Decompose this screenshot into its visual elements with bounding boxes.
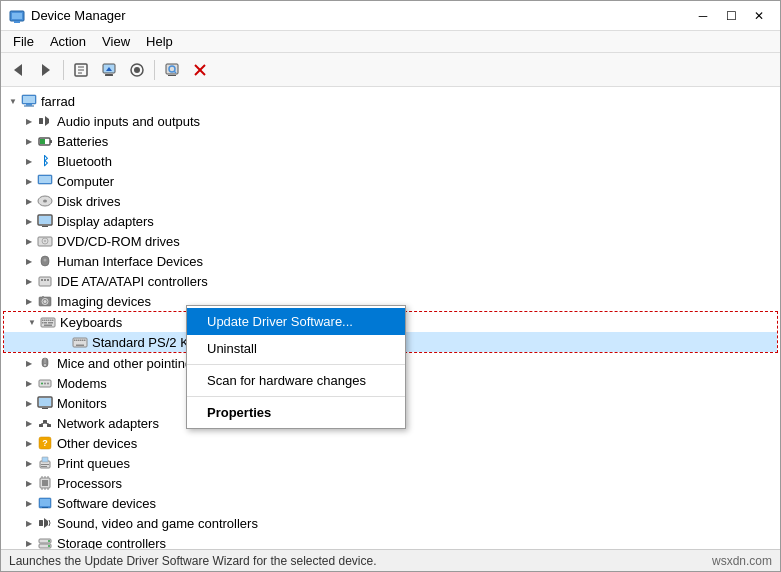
- keyboards-expand[interactable]: ▼: [24, 314, 40, 330]
- tree-item-ide[interactable]: ▶ IDE ATA/ATAPI controllers: [1, 271, 780, 291]
- ctx-uninstall[interactable]: Uninstall: [187, 335, 405, 362]
- forward-button[interactable]: [33, 57, 59, 83]
- svg-point-102: [48, 540, 50, 542]
- title-bar: Device Manager ─ ☐ ✕: [1, 1, 780, 31]
- minimize-button[interactable]: ─: [690, 6, 716, 26]
- batteries-label: Batteries: [57, 134, 108, 149]
- ctx-scan[interactable]: Scan for hardware changes: [187, 367, 405, 394]
- svg-rect-66: [76, 345, 84, 347]
- print-expand[interactable]: ▶: [21, 455, 37, 471]
- sound-icon: [37, 515, 53, 531]
- display-expand[interactable]: ▶: [21, 213, 37, 229]
- mice-expand[interactable]: ▶: [21, 355, 37, 371]
- hid-expand[interactable]: ▶: [21, 253, 37, 269]
- disk-label: Disk drives: [57, 194, 121, 209]
- context-menu: Update Driver Software... Uninstall Scan…: [186, 305, 406, 429]
- batteries-icon: [37, 133, 53, 149]
- show-hidden-button[interactable]: [124, 57, 150, 83]
- tree-item-software[interactable]: ▶ Software devices: [1, 493, 780, 513]
- back-button[interactable]: [5, 57, 31, 83]
- tree-item-hid[interactable]: ▶ Human Interface Devices: [1, 251, 780, 271]
- batteries-expand[interactable]: ▶: [21, 133, 37, 149]
- status-text: Launches the Update Driver Software Wiza…: [9, 554, 377, 568]
- menu-file[interactable]: File: [5, 32, 42, 51]
- computer-expand[interactable]: ▶: [21, 173, 37, 189]
- svg-marker-4: [42, 64, 50, 76]
- software-expand[interactable]: ▶: [21, 495, 37, 511]
- tree-item-print[interactable]: ▶ Print queues: [1, 453, 780, 473]
- svg-rect-52: [48, 320, 50, 322]
- svg-rect-22: [26, 104, 32, 106]
- ctx-sep-1: [187, 364, 405, 365]
- tree-item-storage[interactable]: ▶ Storage controllers: [1, 533, 780, 549]
- title-left: Device Manager: [9, 8, 126, 24]
- other-icon: ?: [37, 435, 53, 451]
- tree-item-processors[interactable]: ▶ Processors: [1, 473, 780, 493]
- monitors-icon: [37, 395, 53, 411]
- processors-expand[interactable]: ▶: [21, 475, 37, 491]
- svg-rect-86: [41, 464, 49, 465]
- update-driver-button[interactable]: [96, 57, 122, 83]
- svg-rect-21: [23, 96, 35, 103]
- dvd-expand[interactable]: ▶: [21, 233, 37, 249]
- svg-rect-97: [40, 499, 50, 506]
- tree-item-disk[interactable]: ▶ Disk drives: [1, 191, 780, 211]
- status-right: wsxdn.com: [712, 554, 772, 568]
- svg-rect-47: [42, 296, 44, 298]
- menu-bar: File Action View Help: [1, 31, 780, 53]
- menu-action[interactable]: Action: [42, 32, 94, 51]
- menu-help[interactable]: Help: [138, 32, 181, 51]
- tree-item-computer[interactable]: ▶ Computer: [1, 171, 780, 191]
- tree-item-dvd[interactable]: ▶ DVD/CD-ROM drives: [1, 231, 780, 251]
- print-label: Print queues: [57, 456, 130, 471]
- tree-item-sound[interactable]: ▶ Sound, video and game controllers: [1, 513, 780, 533]
- monitors-expand[interactable]: ▶: [21, 395, 37, 411]
- audio-icon: [37, 113, 53, 129]
- other-label: Other devices: [57, 436, 137, 451]
- other-expand[interactable]: ▶: [21, 435, 37, 451]
- storage-label: Storage controllers: [57, 536, 166, 550]
- imaging-expand[interactable]: ▶: [21, 293, 37, 309]
- svg-line-17: [175, 71, 177, 73]
- ctx-properties[interactable]: Properties: [187, 399, 405, 426]
- close-button[interactable]: ✕: [746, 6, 772, 26]
- menu-view[interactable]: View: [94, 32, 138, 51]
- svg-rect-23: [24, 106, 34, 107]
- ide-icon: [37, 273, 53, 289]
- computer-label: Computer: [57, 174, 114, 189]
- svg-rect-75: [39, 398, 51, 406]
- properties-button[interactable]: [68, 57, 94, 83]
- svg-point-103: [48, 545, 50, 547]
- ide-expand[interactable]: ▶: [21, 273, 37, 289]
- disk-expand[interactable]: ▶: [21, 193, 37, 209]
- storage-expand[interactable]: ▶: [21, 535, 37, 549]
- svg-rect-78: [43, 420, 47, 423]
- bluetooth-expand[interactable]: ▶: [21, 153, 37, 169]
- modems-expand[interactable]: ▶: [21, 375, 37, 391]
- sound-expand[interactable]: ▶: [21, 515, 37, 531]
- scan-button[interactable]: [159, 57, 185, 83]
- svg-rect-99: [39, 520, 43, 526]
- tree-item-display[interactable]: ▶ Display adapters: [1, 211, 780, 231]
- tree-item-bluetooth[interactable]: ▶ ᛒ Bluetooth: [1, 151, 780, 171]
- imaging-icon: [37, 293, 53, 309]
- app-icon: [9, 8, 25, 24]
- svg-rect-57: [48, 322, 53, 324]
- svg-rect-79: [47, 424, 51, 427]
- root-expand[interactable]: ▼: [5, 93, 21, 109]
- delete-button[interactable]: [187, 57, 213, 83]
- network-expand[interactable]: ▶: [21, 415, 37, 431]
- tree-root[interactable]: ▼ farrad: [1, 91, 780, 111]
- maximize-button[interactable]: ☐: [718, 6, 744, 26]
- tree-item-audio[interactable]: ▶ Audio inputs and outputs: [1, 111, 780, 131]
- tree-item-batteries[interactable]: ▶ Batteries: [1, 131, 780, 151]
- ctx-update-driver[interactable]: Update Driver Software...: [187, 308, 405, 335]
- window-title: Device Manager: [31, 8, 126, 23]
- audio-expand[interactable]: ▶: [21, 113, 37, 129]
- svg-point-69: [44, 364, 46, 366]
- modems-label: Modems: [57, 376, 107, 391]
- tree-item-other[interactable]: ▶ ? Other devices: [1, 433, 780, 453]
- svg-rect-34: [42, 226, 48, 227]
- keyboards-label: Keyboards: [60, 315, 122, 330]
- svg-rect-2: [14, 21, 20, 23]
